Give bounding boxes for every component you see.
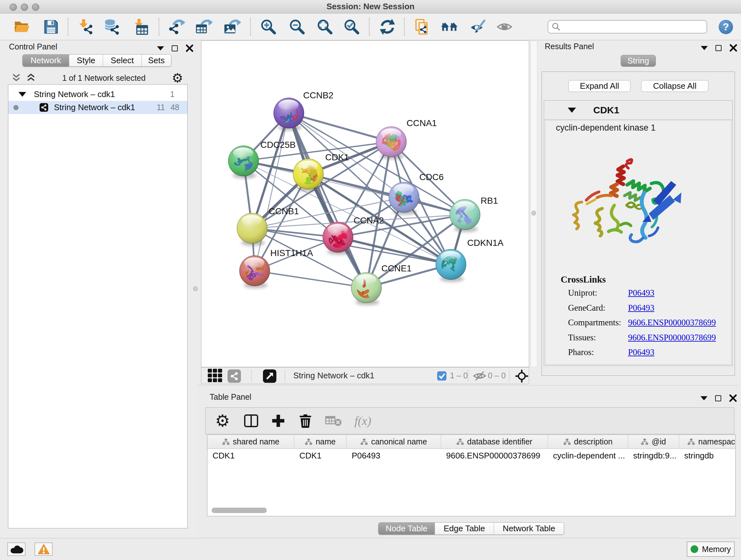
network-share-icon[interactable] (227, 369, 241, 383)
expand-all-networks-icon[interactable] (26, 73, 36, 83)
left-splitter-knob[interactable] (193, 287, 198, 291)
network-node-RB1[interactable] (448, 199, 480, 232)
tab-edge-table[interactable]: Edge Table (435, 523, 494, 535)
network-row[interactable]: String Network – cdk1 11 48 (8, 101, 187, 114)
copy-documents-icon[interactable] (413, 17, 431, 36)
cdk1-section-header[interactable]: CDK1 (544, 101, 732, 120)
column-header-namespace[interactable]: namespace (679, 435, 736, 449)
table-panel-maximize-icon[interactable] (715, 395, 721, 401)
import-database-icon[interactable] (103, 17, 121, 36)
crosslink-link[interactable]: 9606.ENSP00000378699 (628, 318, 716, 327)
network-node-CCNE1[interactable] (351, 272, 382, 309)
export-table-icon[interactable] (194, 17, 213, 36)
network-view-canvas[interactable]: CCNB2CCNA1CDC25BCDK1CDC6RB1CCNB1CCNA2CDK… (201, 41, 529, 367)
search-input[interactable] (561, 22, 701, 31)
table-panel-close-icon[interactable] (729, 394, 737, 402)
memory-status-dot-icon (690, 545, 698, 553)
crosslink-row: Compartments:9606.ENSP00000378699 (568, 318, 731, 333)
hidden-count-icon[interactable] (473, 371, 487, 381)
expand-all-button[interactable]: Expand All (568, 80, 630, 92)
table-panel-float-icon[interactable] (700, 396, 708, 400)
hide-eye-pen-icon[interactable] (468, 17, 487, 36)
refresh-icon[interactable] (378, 17, 397, 36)
export-image-icon[interactable] (223, 17, 241, 36)
network-graph: CCNB2CCNA1CDC25BCDK1CDC6RB1CCNB1CCNA2CDK… (201, 41, 529, 367)
column-header-description[interactable]: description (548, 435, 628, 449)
collapse-all-networks-icon[interactable] (11, 73, 21, 83)
show-columns-icon[interactable] (244, 415, 258, 427)
tab-node-table[interactable]: Node Table (379, 523, 435, 535)
column-header--id[interactable]: @id (628, 435, 679, 449)
control-panel-close-icon[interactable] (185, 44, 194, 52)
delete-table-icon[interactable] (325, 415, 342, 427)
column-header-database-identifier[interactable]: database identifier (441, 435, 548, 449)
column-type-icon (687, 438, 695, 445)
right-splitter[interactable] (530, 41, 537, 367)
zoom-out-icon[interactable] (288, 17, 307, 36)
zoom-fit-icon[interactable] (316, 17, 334, 36)
export-network-icon[interactable] (167, 17, 185, 36)
network-node-CCNA2[interactable] (323, 222, 353, 255)
crosslink-link[interactable]: P06493 (628, 303, 655, 313)
table-row[interactable]: CDK1CDK1P064939606.ENSP00000378699cyclin… (207, 449, 736, 462)
control-panel-float-icon[interactable] (157, 46, 164, 51)
tab-network-table[interactable]: Network Table (494, 523, 564, 535)
cdk1-expander-icon[interactable] (568, 108, 576, 113)
help-button[interactable]: ? (719, 20, 733, 34)
network-edge[interactable] (289, 113, 366, 288)
collection-expander-icon[interactable] (18, 92, 26, 97)
network-node-HIST1H1A[interactable] (239, 255, 270, 288)
network-node-CCNB1[interactable] (237, 213, 267, 246)
crosslink-link[interactable]: P06493 (628, 348, 655, 357)
import-table-icon[interactable] (131, 17, 150, 36)
memory-button[interactable]: Memory (687, 542, 735, 557)
search-field[interactable] (548, 20, 707, 34)
warnings-button[interactable] (35, 543, 53, 556)
crosslink-link[interactable]: 9606.ENSP00000378699 (628, 333, 716, 343)
crosslink-link[interactable]: P06493 (628, 288, 655, 298)
fit-selected-crosshair-icon[interactable] (515, 370, 528, 382)
table-settings-gear-icon[interactable]: ⚙ (215, 413, 230, 429)
toolbar-separator (369, 18, 369, 36)
network-collection-row[interactable]: String Network – cdk1 1 (8, 88, 187, 101)
tab-sets[interactable]: Sets (142, 55, 171, 66)
network-options-gear-icon[interactable]: ⚙ (172, 71, 183, 84)
selected-count-icon[interactable] (437, 371, 447, 381)
import-network-icon[interactable] (76, 17, 95, 36)
network-node-CCNA1[interactable] (376, 126, 407, 159)
tab-network[interactable]: Network (23, 55, 69, 66)
control-panel-maximize-icon[interactable] (172, 45, 178, 51)
network-node-CDC25B[interactable] (226, 145, 261, 179)
collapse-all-button[interactable]: Collapse All (641, 80, 709, 92)
open-folder-icon[interactable] (12, 17, 31, 36)
network-edge[interactable] (255, 113, 289, 271)
right-splitter-knob[interactable] (531, 211, 536, 215)
column-header-shared-name[interactable]: shared name (207, 435, 294, 449)
tab-string[interactable]: String (621, 55, 656, 67)
column-header-name[interactable]: name (294, 435, 347, 449)
string-houses-icon[interactable] (441, 17, 459, 36)
minimize-window-button[interactable] (21, 3, 28, 11)
add-column-icon[interactable] (272, 414, 285, 428)
network-birdseye-icon[interactable] (208, 369, 222, 383)
zoom-in-icon[interactable] (259, 17, 278, 36)
network-node-CDKN1A[interactable] (435, 249, 466, 282)
open-external-icon[interactable] (263, 369, 276, 383)
delete-column-icon[interactable] (299, 414, 312, 428)
zoom-selected-icon[interactable] (342, 17, 361, 36)
tab-style[interactable]: Style (69, 55, 103, 66)
save-icon[interactable] (42, 17, 60, 36)
column-header-canonical-name[interactable]: canonical name (347, 435, 441, 449)
function-builder-icon[interactable]: f(x) (354, 414, 372, 428)
zoom-window-button[interactable] (32, 3, 39, 11)
results-panel-close-icon[interactable] (729, 44, 738, 52)
hidden-count: 0 – 0 (488, 368, 506, 384)
results-panel-float-icon[interactable] (701, 46, 708, 50)
results-panel-maximize-icon[interactable] (716, 45, 722, 51)
network-view-title: String Network – cdk1 (293, 368, 374, 384)
close-window-button[interactable] (10, 3, 17, 11)
table-horizontal-scrollbar[interactable] (212, 508, 267, 513)
show-eye-icon[interactable] (495, 17, 514, 36)
cloud-button[interactable] (7, 543, 25, 556)
tab-select[interactable]: Select (103, 55, 142, 66)
